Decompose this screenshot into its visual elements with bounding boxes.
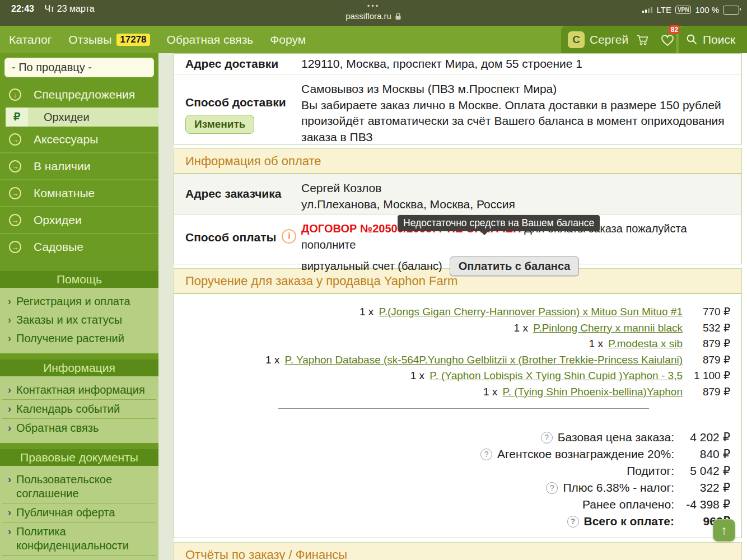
- sidebar-link[interactable]: ›Обратная связь: [2, 419, 156, 437]
- sidebar-sections: Помощь›Регистрация и оплата›Заказы и их …: [0, 271, 158, 560]
- total-label: Плюс 6.38% - налог:: [563, 479, 674, 496]
- sidebar-link-label: Обратная связь: [16, 421, 99, 435]
- chevron-right-icon: ›: [8, 332, 11, 346]
- help-icon[interactable]: ?: [541, 432, 553, 444]
- total-value: 5 042 ₽: [674, 463, 730, 479]
- cart-button[interactable]: [636, 32, 650, 47]
- nav-item-Форум[interactable]: Форум: [270, 33, 306, 46]
- item-link[interactable]: P.Pinlong Cherry x mannii black: [533, 320, 683, 337]
- sidebar: - По продавцу - ↓Спецпредложения₽Орхидеи…: [0, 53, 158, 560]
- customer-address-label: Адрес заказчика: [174, 174, 301, 214]
- help-icon[interactable]: ?: [567, 516, 579, 528]
- delivery-address-row: Адрес доставки 129110, Москва, проспект …: [174, 54, 741, 74]
- item-link[interactable]: P. Yaphon Database (sk-564P.Yungho Gelbl…: [285, 352, 683, 368]
- item-price: 879 ₽: [683, 384, 730, 400]
- lock-icon: [395, 12, 401, 20]
- avatar[interactable]: C: [568, 31, 585, 48]
- balance-tooltip-text: Недостаточно средств на Вашем балансе: [403, 217, 594, 228]
- sidebar-link[interactable]: ›Пользовательское соглашение: [2, 470, 156, 503]
- sidebar-item-В наличии[interactable]: →В наличии: [0, 152, 158, 179]
- sidebar-item-Орхидеи[interactable]: →Орхидеи: [0, 206, 158, 233]
- sidebar-section-title: Помощь: [0, 271, 158, 288]
- item-link[interactable]: P.modesta x sib: [608, 336, 683, 352]
- item-qty: 1 x: [265, 352, 283, 368]
- total-label: Всего к оплате:: [584, 513, 675, 530]
- change-delivery-button[interactable]: Изменить: [185, 115, 254, 134]
- sidebar-link[interactable]: ›Контактная информация: [2, 381, 156, 400]
- search-icon: [686, 34, 698, 45]
- sidebar-item-Комнатные[interactable]: →Комнатные: [0, 179, 158, 206]
- tab-dots-icon: •••: [0, 3, 747, 10]
- arrow-up-icon: ↑: [721, 523, 727, 537]
- user-name[interactable]: Сергей: [590, 33, 628, 46]
- user-panel[interactable]: C Сергей 82: [561, 26, 676, 53]
- order-item-row: 1 x P.Pinlong Cherry x mannii black532 ₽: [174, 320, 741, 337]
- order-totals: ?Базовая цена заказа: 4 202 ₽?Агентское …: [174, 429, 741, 530]
- item-link[interactable]: P. (Yaphon Lobispis X Tying Shin Cupid )…: [429, 368, 683, 384]
- sidebar-link[interactable]: ›Публичная оферта: [2, 503, 156, 522]
- total-value: -4 398 ₽: [674, 496, 730, 513]
- sidebar-item-label: Спецпредложения: [34, 88, 135, 101]
- chevron-right-icon: ›: [8, 525, 11, 553]
- nav-item-label: Каталог: [9, 33, 52, 46]
- chevron-right-icon: ›: [8, 506, 11, 520]
- favorites-button[interactable]: 82: [660, 32, 675, 47]
- main-content: Адрес доставки 129110, Москва, проспект …: [174, 53, 742, 560]
- finance-link[interactable]: Финансы: [296, 548, 347, 560]
- info-icon[interactable]: i: [282, 229, 296, 244]
- total-row: ?Агентское вознаграждение 20%: 840 ₽: [174, 446, 730, 463]
- item-qty: 1 x: [410, 368, 428, 384]
- status-center: ••• passiflora.ru: [0, 3, 747, 21]
- nav-item-label: Форум: [270, 33, 306, 46]
- sidebar-item-Садовые[interactable]: →Садовые: [0, 233, 158, 260]
- chevron-right-icon: ›: [8, 313, 11, 327]
- nav-item-Отзывы[interactable]: Отзывы17278: [68, 33, 150, 46]
- sidebar-item-label: Орхидеи: [34, 213, 82, 227]
- sidebar-link[interactable]: ›Календарь событий: [2, 400, 156, 419]
- order-items-list: 1 x P.(Jongs Gigan Cherry-Hannover Passi…: [174, 304, 741, 400]
- address-bar[interactable]: passiflora.ru: [0, 11, 747, 21]
- sidebar-link-label: Пользовательское соглашение: [16, 473, 151, 501]
- sidebar-item-label: Садовые: [34, 240, 83, 254]
- scroll-to-top-button[interactable]: ↑: [713, 519, 735, 542]
- item-link[interactable]: P. (Tying Shin Phoenix-bellina)Yaphon: [503, 384, 683, 400]
- sidebar-link-label: Регистрация и оплата: [16, 295, 130, 309]
- nav-item-Каталог[interactable]: Каталог: [9, 33, 52, 46]
- sidebar-item-Орхидеи[interactable]: ₽Орхидеи: [6, 108, 158, 127]
- total-row: ?Плюс 6.38% - налог: 322 ₽: [174, 479, 730, 496]
- delivery-address-label: Адрес доставки: [174, 57, 301, 71]
- total-row: Ранее оплачено: -4 398 ₽: [174, 496, 730, 513]
- item-link[interactable]: P.(Jongs Gigan Cherry-Hannover Passion) …: [379, 304, 683, 320]
- circle-arrow-right-icon: →: [9, 133, 21, 146]
- cell-signal-icon: [642, 7, 652, 13]
- sidebar-item-Аксессуары[interactable]: →Аксессуары: [0, 127, 158, 152]
- sidebar-link[interactable]: ›Заказы и их статусы: [0, 311, 158, 329]
- sidebar-link[interactable]: ›Регистрация и оплата: [0, 292, 158, 311]
- nav-item-label: Отзывы: [68, 33, 111, 46]
- pay-from-balance-button[interactable]: Оплатить с баланса: [450, 256, 580, 276]
- sidebar-link-label: Заказы и их статусы: [16, 313, 122, 327]
- sidebar-link[interactable]: ›Политика конфиденциальности: [2, 522, 156, 556]
- help-icon[interactable]: ?: [546, 482, 558, 494]
- search-button[interactable]: Поиск: [679, 26, 747, 53]
- item-price: 879 ₽: [683, 336, 730, 352]
- sidebar-link-label: Правовая информация: [16, 558, 137, 560]
- cart-icon: [636, 32, 650, 47]
- nav-item-Обратная связь[interactable]: Обратная связь: [167, 33, 254, 46]
- status-bar: 22:43 Чт 23 марта ••• passiflora.ru LTE …: [0, 0, 747, 26]
- items-divider: [278, 408, 649, 409]
- top-nav: КаталогОтзывы17278Обратная связьФорум C …: [0, 26, 747, 53]
- delivery-method-description: Вы забираете заказ лично в Москве. Оплат…: [301, 97, 732, 146]
- help-icon[interactable]: ?: [480, 449, 492, 460]
- sidebar-link-label: Публичная оферта: [16, 506, 115, 520]
- customer-address-row: Адрес заказчика Сергей Козлов ул.Плехано…: [174, 174, 741, 215]
- seller-filter-select[interactable]: - По продавцу -: [4, 58, 154, 77]
- order-item-row: 1 x P. Yaphon Database (sk-564P.Yungho G…: [174, 352, 741, 368]
- circle-arrow-right-icon: →: [9, 241, 21, 253]
- sidebar-link[interactable]: ›Правовая информация: [2, 556, 156, 560]
- order-item-row: 1 x P. (Yaphon Lobispis X Tying Shin Cup…: [174, 368, 741, 384]
- reviews-count-badge: 17278: [116, 34, 150, 46]
- sidebar-link[interactable]: ›Получение растений: [0, 329, 158, 348]
- sidebar-item-Спецпредложения[interactable]: ↓Спецпредложения: [0, 82, 158, 108]
- sidebar-link-label: Получение растений: [16, 332, 124, 346]
